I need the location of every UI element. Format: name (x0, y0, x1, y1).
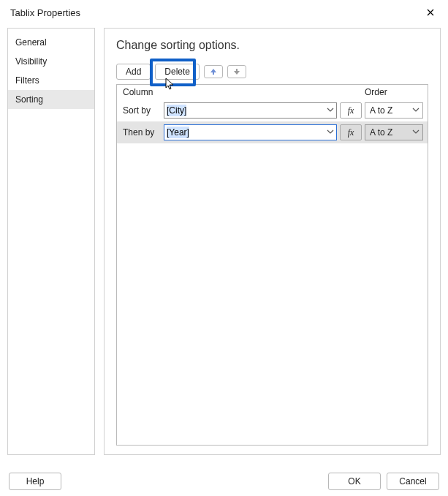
order-dropdown[interactable]: A to Z (365, 124, 423, 140)
chevron-down-icon (412, 105, 419, 116)
sort-row[interactable]: Sort by [City] fx A to Z (117, 99, 428, 121)
order-value: A to Z (370, 105, 392, 116)
chevron-down-icon (327, 127, 334, 138)
sidebar-item-general[interactable]: General (8, 33, 94, 52)
ok-button[interactable]: OK (328, 473, 381, 490)
window-title: Tablix Properties (10, 7, 80, 18)
sidebar-item-sorting[interactable]: Sorting (8, 90, 94, 109)
close-icon[interactable] (420, 4, 441, 20)
move-up-button[interactable] (204, 65, 223, 78)
expression-dropdown[interactable]: [Year] (164, 124, 337, 140)
order-value: A to Z (370, 127, 392, 138)
move-down-button[interactable] (227, 65, 246, 78)
sort-row[interactable]: Then by [Year] fx A to Z (117, 121, 428, 143)
main-panel: Change sorting options. Add Delete Colum… (104, 28, 441, 455)
page-heading: Change sorting options. (116, 39, 428, 52)
expression-value: [Year] (167, 127, 189, 138)
toolbar: Add Delete (116, 64, 428, 80)
arrow-down-icon (232, 68, 241, 75)
delete-button[interactable]: Delete (155, 64, 200, 80)
order-dropdown[interactable]: A to Z (365, 102, 423, 119)
row-label: Then by (123, 127, 161, 138)
expression-value: [City] (167, 105, 186, 116)
row-label: Sort by (123, 105, 161, 116)
sidebar-item-filters[interactable]: Filters (8, 71, 94, 90)
chevron-down-icon (412, 127, 419, 138)
sort-grid: Column Order Sort by [City] fx A to Z (116, 84, 428, 446)
chevron-down-icon (327, 105, 334, 116)
order-header-label: Order (365, 87, 423, 97)
sidebar: General Visibility Filters Sorting (7, 28, 95, 455)
arrow-up-icon (209, 68, 218, 75)
grid-header: Column Order (117, 85, 428, 99)
add-button[interactable]: Add (116, 64, 151, 80)
column-header-label: Column (123, 87, 161, 97)
cancel-button[interactable]: Cancel (387, 473, 439, 490)
sidebar-item-visibility[interactable]: Visibility (8, 52, 94, 71)
expression-dropdown[interactable]: [City] (164, 102, 337, 119)
help-button[interactable]: Help (9, 473, 61, 490)
fx-button[interactable]: fx (340, 124, 362, 140)
fx-button[interactable]: fx (340, 102, 362, 119)
